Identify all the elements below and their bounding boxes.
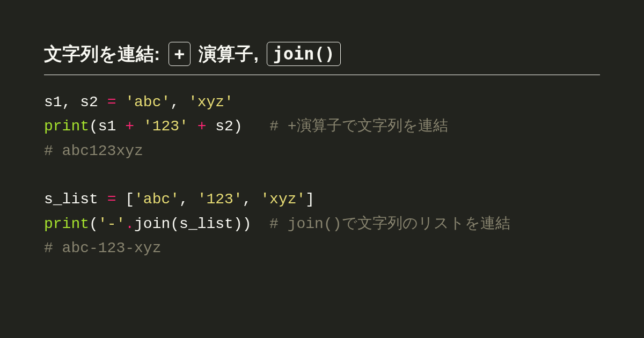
code-text: ] — [305, 191, 314, 208]
operator-equals: = — [107, 191, 116, 208]
code-text: , — [170, 94, 188, 111]
comment-output: # abc123xyz — [44, 143, 143, 159]
code-text: , — [179, 191, 197, 208]
builtin-print: print — [44, 216, 89, 232]
string-literal: 'abc' — [125, 94, 170, 111]
string-literal: '123' — [143, 118, 188, 135]
comment: # +演算子で文字列を連結 — [269, 118, 448, 135]
comment-output: # abc-123-xyz — [44, 240, 161, 256]
string-literal: '123' — [197, 191, 243, 208]
code-text: s_list — [44, 191, 107, 208]
title-divider — [44, 75, 600, 75]
code-block: s1, s2 = 'abc', 'xyz' print(s1 + '123' +… — [44, 90, 600, 261]
string-literal: '-' — [98, 216, 125, 232]
code-line-3: # abc123xyz — [44, 143, 143, 159]
code-text: ( — [89, 216, 98, 232]
builtin-print: print — [44, 118, 89, 135]
title-text-2: 演算子, — [194, 42, 264, 65]
code-text: s1, s2 — [44, 94, 107, 111]
code-text: [ — [116, 191, 134, 208]
code-line-1: s1, s2 = 'abc', 'xyz' — [44, 94, 233, 111]
code-line-5: s_list = ['abc', '123', 'xyz'] — [44, 191, 314, 208]
code-line-6: print('-'.join(s_list)) # join()で文字列のリスト… — [44, 216, 510, 232]
string-literal: 'abc' — [134, 191, 179, 208]
operator-equals: = — [107, 94, 116, 111]
operator-plus: + — [197, 118, 207, 135]
code-line-2: print(s1 + '123' + s2) # +演算子で文字列を連結 — [44, 118, 448, 135]
operator-plus: + — [125, 118, 134, 135]
code-text — [188, 118, 197, 135]
dot-operator: . — [125, 216, 134, 232]
title-text-1: 文字列を連結: — [44, 42, 165, 65]
code-text — [134, 118, 143, 135]
code-chip-join: join() — [267, 42, 341, 66]
code-text — [116, 94, 125, 111]
code-text: s2) — [207, 118, 270, 135]
code-chip-plus: + — [169, 42, 191, 66]
code-text: (s1 — [89, 118, 125, 135]
page-title: 文字列を連結: + 演算子, join() — [44, 42, 600, 66]
comment: # join()で文字列のリストを連結 — [269, 216, 510, 232]
string-literal: 'xyz' — [260, 191, 305, 208]
code-text: , — [243, 191, 261, 208]
code-line-7: # abc-123-xyz — [44, 240, 161, 256]
string-literal: 'xyz' — [188, 94, 233, 111]
code-text: join(s_list)) — [134, 216, 269, 232]
